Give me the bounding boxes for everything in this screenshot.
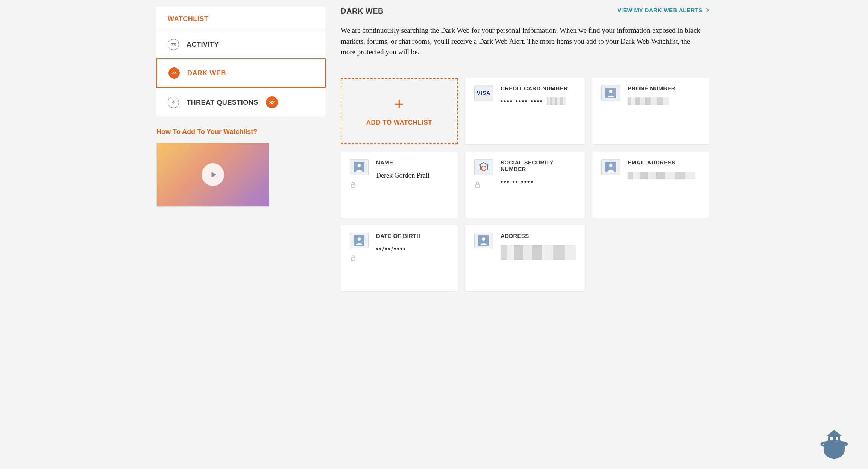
sidebar-title: WATCHLIST	[156, 7, 326, 30]
card-dob[interactable]: DATE OF BIRTH ••/••/••••	[341, 225, 458, 291]
person-icon	[601, 159, 620, 175]
svg-point-10	[481, 166, 486, 171]
chevron-right-icon	[706, 8, 709, 13]
main-content: DARK WEB VIEW MY DARK WEB ALERTS We are …	[341, 7, 709, 291]
visa-icon: VISA	[474, 85, 493, 101]
svg-point-4	[609, 90, 613, 93]
person-icon	[350, 233, 369, 248]
dark-web-icon	[168, 67, 180, 79]
card-label: CREDIT CARD NUMBER	[501, 85, 576, 91]
card-value: Derek Gordon Prall	[376, 172, 449, 180]
svg-rect-11	[476, 184, 480, 187]
page-description: We are continuously searching the Dark W…	[341, 25, 702, 58]
svg-point-1	[172, 44, 173, 45]
ssn-icon	[474, 159, 493, 175]
card-label: EMAIL ADDRESS	[628, 159, 700, 166]
howto-video[interactable]	[156, 143, 269, 207]
redacted-value	[547, 97, 566, 105]
nav-item-threat-questions[interactable]: THREAT QUESTIONS 32	[156, 88, 326, 117]
svg-rect-7	[351, 184, 355, 187]
nav-label: ACTIVITY	[187, 41, 219, 49]
svg-rect-8	[480, 165, 481, 170]
svg-point-13	[609, 164, 613, 167]
card-name[interactable]: NAME Derek Gordon Prall	[341, 152, 458, 218]
redacted-value	[628, 97, 669, 105]
lock-icon	[475, 182, 480, 188]
card-value-masked: •••• •••• ••••	[501, 97, 543, 105]
activity-icon	[168, 39, 179, 50]
card-phone[interactable]: PHONE NUMBER	[592, 78, 709, 144]
threat-icon	[168, 97, 179, 108]
svg-rect-0	[171, 43, 176, 46]
alerts-link-label: VIEW MY DARK WEB ALERTS	[617, 7, 703, 13]
sidebar: WATCHLIST ACTIVITY DARK WEB THREAT QUEST…	[156, 7, 326, 291]
page-title: DARK WEB	[341, 7, 384, 15]
svg-point-6	[358, 164, 361, 167]
play-icon	[202, 163, 224, 186]
card-label: NAME	[376, 159, 449, 166]
view-alerts-link[interactable]: VIEW MY DARK WEB ALERTS	[617, 7, 709, 13]
svg-rect-16	[351, 258, 355, 261]
redacted-value	[628, 172, 695, 179]
add-label: ADD TO WATCHLIST	[366, 119, 432, 126]
add-to-watchlist-button[interactable]: + ADD TO WATCHLIST	[341, 78, 458, 144]
card-label: ADDRESS	[501, 233, 576, 239]
card-ssn[interactable]: SOCIAL SECURITY NUMBER ••• •• ••••	[465, 152, 585, 218]
card-value-masked: ••• •• ••••	[501, 178, 534, 186]
nav-label: THREAT QUESTIONS	[187, 99, 258, 107]
lock-icon	[351, 255, 356, 261]
person-icon	[350, 159, 369, 175]
svg-point-2	[174, 44, 175, 45]
howto-link[interactable]: How To Add To Your Watchlist?	[156, 128, 326, 136]
card-credit-card[interactable]: VISA CREDIT CARD NUMBER •••• •••• ••••	[465, 78, 585, 144]
lock-icon	[351, 182, 356, 188]
card-value-masked: ••/••/••••	[376, 245, 406, 253]
threat-badge: 32	[266, 96, 278, 108]
card-label: SOCIAL SECURITY NUMBER	[501, 159, 576, 172]
card-address[interactable]: ADDRESS	[465, 225, 585, 291]
nav-item-dark-web[interactable]: DARK WEB	[156, 58, 326, 88]
redacted-value	[501, 245, 576, 260]
nav-item-activity[interactable]: ACTIVITY	[156, 30, 326, 58]
svg-point-15	[358, 237, 361, 241]
card-label: PHONE NUMBER	[628, 85, 700, 91]
card-label: DATE OF BIRTH	[376, 233, 449, 239]
svg-rect-9	[487, 165, 488, 170]
watchlist-grid: + ADD TO WATCHLIST VISA CREDIT CARD NUMB…	[341, 78, 709, 291]
nav-label: DARK WEB	[187, 69, 226, 77]
person-icon	[601, 85, 620, 101]
plus-icon: +	[394, 96, 404, 112]
card-email[interactable]: EMAIL ADDRESS	[592, 152, 709, 218]
person-icon	[474, 233, 493, 248]
sidebar-panel: WATCHLIST ACTIVITY DARK WEB THREAT QUEST…	[156, 7, 326, 117]
svg-point-18	[482, 237, 486, 241]
